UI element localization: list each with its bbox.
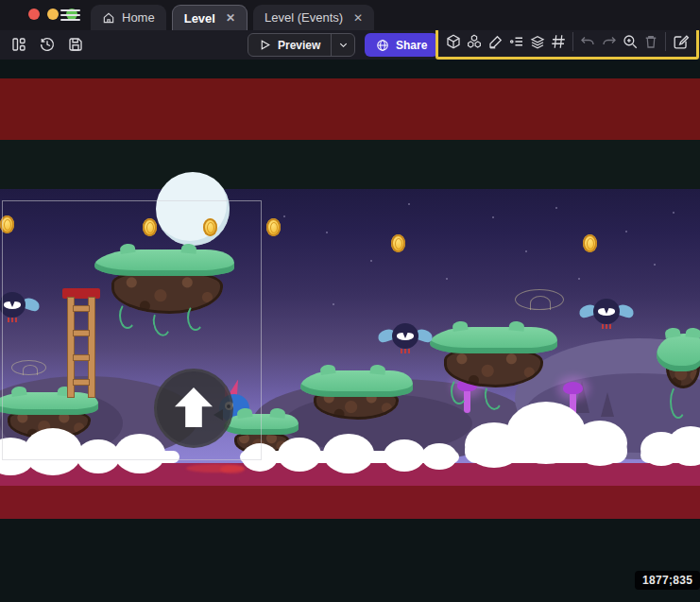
selection-rectangle [2,200,262,460]
star [370,260,372,262]
play-icon [259,39,271,51]
outline-placeholder-object[interactable] [515,289,564,310]
toolbar-left-group [9,35,85,54]
grass-platform[interactable] [657,330,700,424]
star [673,212,674,214]
flying-enemy[interactable] [378,321,433,357]
preview-button[interactable]: Preview [248,34,331,56]
star [525,250,527,252]
star [578,278,580,280]
tab-level[interactable]: Level ✕ [172,5,248,30]
close-window-button[interactable] [28,9,40,20]
coin-object[interactable] [391,234,405,252]
star [333,303,334,305]
scene-top-red-band[interactable] [0,78,700,140]
title-bar: Home Level ✕ Level (Events) ✕ [0,0,700,30]
share-label: Share [396,39,427,52]
scene-editor-canvas[interactable]: 1877;835 [0,60,700,602]
coin-object[interactable] [583,234,597,252]
delete-icon[interactable] [642,32,659,51]
star [283,215,285,217]
star [492,216,494,218]
tab-label: Level (Events) [265,10,343,25]
save-icon[interactable] [66,35,85,54]
edit-properties-icon[interactable] [487,32,504,51]
zoom-in-icon[interactable] [622,32,639,51]
preview-options-dropdown[interactable] [332,34,354,56]
star [326,232,328,233]
coin-object[interactable] [266,218,281,236]
share-button[interactable]: Share [365,33,438,57]
tab-label: Level [184,11,215,26]
close-tab-icon[interactable]: ✕ [226,11,235,25]
redo-icon[interactable] [600,32,617,51]
minimize-window-button[interactable] [47,9,59,20]
grass-platform[interactable] [430,323,557,406]
object-groups-icon[interactable] [466,32,483,51]
cloud [640,424,700,464]
layers-icon[interactable] [529,32,546,51]
app-window: Home Level ✕ Level (Events) ✕ [0,0,700,602]
history-icon[interactable] [38,35,57,54]
project-manager-icon[interactable] [9,35,28,54]
objects-panel-icon[interactable] [445,32,462,51]
lava-splash-decoration [220,465,245,473]
tab-home[interactable]: Home [91,5,166,30]
tab-bar: Home Level ✕ Level (Events) ✕ [91,5,374,30]
globe-icon [376,39,389,52]
grass-platform[interactable] [300,367,413,425]
flying-enemy[interactable] [579,297,634,333]
cursor-coordinates-badge: 1877;835 [635,571,700,590]
preview-label: Preview [278,39,320,52]
tab-level-events[interactable]: Level (Events) ✕ [253,5,374,30]
tab-label: Home [122,10,155,25]
cloud [465,402,627,464]
chevron-down-icon [338,40,349,50]
edit-scene-events-icon[interactable] [672,32,690,51]
toolbar: Preview Share [0,30,700,60]
close-tab-icon[interactable]: ✕ [353,11,363,25]
instances-list-icon[interactable] [508,32,525,51]
cloud [236,434,463,464]
scene-bottom-red-band[interactable] [0,486,700,519]
star [446,278,448,280]
grid-icon[interactable] [550,32,567,51]
preview-split-button[interactable]: Preview [248,33,355,57]
home-icon [102,11,115,25]
star [408,203,410,205]
scene-dark-band [0,140,700,189]
star [654,264,656,266]
star [625,231,627,232]
undo-icon[interactable] [579,32,596,51]
main-menu-icon[interactable] [60,9,80,21]
star [555,207,557,209]
